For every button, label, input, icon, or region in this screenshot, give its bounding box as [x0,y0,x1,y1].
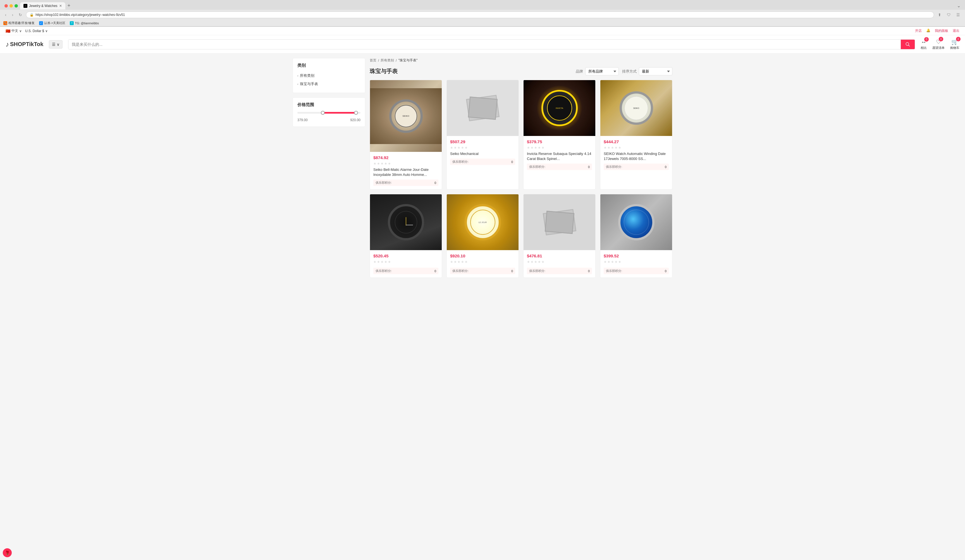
logo-icon: ♪ [6,41,9,48]
menu-button[interactable]: ☰ ∨ [49,40,62,49]
product-card-p7[interactable]: $476.81 ★ ★ ★ ★ ★ 俱乐部积分: 0 [523,194,595,278]
points-value-p1: 0 [435,181,436,184]
product-info-p1: $874.92 ★ ★ ★ ★ ★ Seiko Bell-Matic Alarm… [370,152,442,189]
product-stars-p8: ★ ★ ★ ★ ★ [604,260,669,264]
menu-button[interactable]: ☰ [955,12,962,18]
browser-tab[interactable]: ♪ Jewelry & Watches ✕ [20,2,65,10]
product-name-p4: SEIKO Watch Automatic Winding Date 17Jew… [604,151,669,162]
site-header: ♪ SHOPTikTok ☰ ∨ ↔ 0 相比 ♡ 0 愿望清单 [0,35,965,54]
site-top-bar: 🇨🇳 中文 ∨ U.S. Dollar $ ∨ 开店 🔔 我的面板 退出 [0,27,965,35]
notification-icon[interactable]: 🔔 [926,28,931,33]
product-card-p6[interactable]: LE JOUR $920.10 ★ ★ ★ ★ ★ 俱乐部积分: [447,194,519,278]
sort-filter-group: 排序方式 最新 [622,67,672,75]
sort-select[interactable]: 最新 [639,67,672,75]
share-button[interactable]: ⬆ [936,12,943,18]
site-logo[interactable]: ♪ SHOPTikTok [6,41,43,48]
breadcrumb-all-categories[interactable]: 所有类别 [381,58,394,63]
compare-action[interactable]: ↔ 0 相比 [921,39,927,50]
brand-label: 品牌 [576,69,583,74]
top-bar-left: 🇨🇳 中文 ∨ U.S. Dollar $ ∨ [6,28,48,33]
flag-icon: 🇨🇳 [6,29,10,33]
price-range-title: 价格范围 [298,102,360,108]
shield-button[interactable]: 🛡 [945,12,952,18]
sidebar-item-all-categories[interactable]: ‹ 所有类别 [298,72,360,80]
bookmark-2[interactable]: ✓ 认准->天美社区 [39,21,65,25]
price-labels: 379.00 920.00 [298,118,360,122]
category-header: 珠宝与手表 品牌 所有品牌 排序方式 最新 [370,67,672,75]
product-grid: SEIKO $874.92 ★ ★ ★ ★ ★ Seiko Bell-Matic… [370,80,672,278]
cart-action[interactable]: 🛒 0 购物车 [950,39,959,50]
bookmark-label-2: 认准->天美社区 [44,21,65,25]
top-bar-right: 开店 🔔 我的面板 退出 [915,28,959,33]
sidebar-item-jewelry-watches[interactable]: ‹ 珠宝与手表 [298,80,360,88]
bookmark-3[interactable]: T TG: @tianmeibbs [70,21,99,25]
address-bar[interactable]: 🔒 https://shop102.timibbs.vip/category/j… [26,11,934,18]
product-price-p4: $444.27 [604,139,669,144]
product-name-p1: Seiko Bell-Matic Alarme Jour-Date Inoxyd… [373,167,438,177]
tab-close-button[interactable]: ✕ [59,4,62,8]
product-image-p3: INVICTA [523,80,595,136]
bookmark-label-3: TG: @tianmeibbs [75,21,99,25]
points-value-p6: 0 [511,269,513,273]
product-card-p8[interactable]: $399.52 ★ ★ ★ ★ ★ 俱乐部积分: 0 [600,194,672,278]
logo-text: SHOPTikTok [10,41,43,47]
compare-label: 相比 [921,46,927,50]
back-button[interactable]: ‹ [3,12,8,18]
product-points-p2: 俱乐部积分: 0 [450,158,515,165]
forward-button[interactable]: › [10,12,15,18]
sort-label: 排序方式 [622,69,636,74]
points-label-p8: 俱乐部积分: [606,269,622,273]
chevron-icon-2: ‹ [298,83,298,86]
dashboard-link[interactable]: 我的面板 [935,28,948,33]
wishlist-badge: 0 [939,37,943,41]
logout-link[interactable]: 退出 [953,28,959,33]
breadcrumb-home[interactable]: 首页 [370,58,376,63]
language-selector[interactable]: 🇨🇳 中文 ∨ [6,28,22,33]
product-info-p6: $920.10 ★ ★ ★ ★ ★ 俱乐部积分: 0 [447,250,518,278]
logo-shop: SHOPTikTok [10,41,43,47]
window-maximize[interactable] [15,4,18,8]
points-label-p1: 俱乐部积分: [376,181,392,185]
search-button[interactable] [901,40,915,49]
product-points-p8: 俱乐部积分: 0 [604,268,669,274]
currency-selector[interactable]: U.S. Dollar $ ∨ [25,29,48,33]
product-stars-p7: ★ ★ ★ ★ ★ [527,260,592,264]
product-card-p3[interactable]: INVICTA $379.75 ★ ★ ★ ★ ★ Invicta Reserv… [523,80,595,189]
product-price-p3: $379.75 [527,139,592,144]
price-thumb-max[interactable] [354,111,358,115]
product-card-p1[interactable]: SEIKO $874.92 ★ ★ ★ ★ ★ Seiko Bell-Matic… [370,80,442,189]
product-card-p5[interactable]: $520.45 ★ ★ ★ ★ ★ 俱乐部积分: 0 [370,194,442,278]
price-thumb-min[interactable] [321,111,325,115]
jewelry-watches-label: 珠宝与手表 [300,82,318,87]
product-image-p2 [447,80,518,136]
bookmark-1[interactable]: 🔧 程序搭建/开发/修复 [3,21,34,25]
new-tab-button[interactable]: + [65,2,73,10]
bookmark-icon-2: ✓ [39,21,43,25]
points-value-p8: 0 [665,269,667,273]
price-max-label: 920.00 [350,118,360,122]
product-stars-p3: ★ ★ ★ ★ ★ [527,146,592,150]
price-slider-track[interactable] [298,112,360,114]
product-card-p4[interactable]: SEIKO $444.27 ★ ★ ★ ★ ★ SEIKO Watch Auto… [600,80,672,189]
reload-button[interactable]: ↻ [17,12,24,18]
window-minimize[interactable] [10,4,13,8]
product-name-p3: Invicta Reserve Subaqua Specialty 4.14 C… [527,151,592,162]
product-image-p1: SEIKO [370,80,442,152]
tab-strip-scroll[interactable]: ⌄ [955,2,963,10]
bookmark-icon-3: T [70,21,74,25]
wishlist-action[interactable]: ♡ 0 愿望清单 [932,39,945,50]
product-image-p7 [523,194,595,250]
points-value-p3: 0 [588,165,590,169]
product-info-p2: $507.29 ★ ★ ★ ★ ★ Seiko Mechanical 俱乐部积分… [447,136,518,168]
open-store-link[interactable]: 开店 [915,28,922,33]
window-close[interactable] [5,4,8,8]
brand-select[interactable]: 所有品牌 [585,67,619,75]
price-slider-fill [321,112,357,114]
product-points-p6: 俱乐部积分: 0 [450,268,515,274]
product-name-p2: Seiko Mechanical [450,151,515,156]
product-card-p2[interactable]: $507.29 ★ ★ ★ ★ ★ Seiko Mechanical 俱乐部积分… [447,80,519,189]
search-input[interactable] [69,40,901,49]
compare-badge: 0 [924,37,929,42]
star-4: ★ [384,162,387,165]
product-stars-p6: ★ ★ ★ ★ ★ [450,260,515,264]
